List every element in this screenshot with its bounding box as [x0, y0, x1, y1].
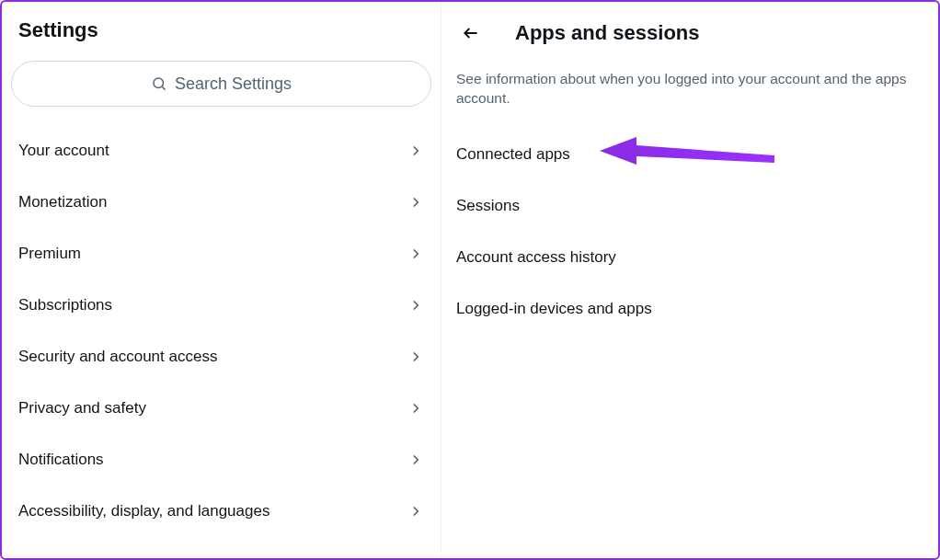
menu-item-label: Premium: [18, 245, 81, 263]
session-item-label: Connected apps: [456, 145, 570, 163]
menu-item-security-account-access[interactable]: Security and account access: [2, 331, 441, 383]
chevron-right-icon: [407, 297, 424, 314]
search-settings-input[interactable]: Search Settings: [11, 61, 431, 107]
menu-item-monetization[interactable]: Monetization: [2, 177, 441, 228]
detail-description: See information about when you logged in…: [441, 55, 938, 129]
menu-item-label: Subscriptions: [18, 296, 112, 314]
settings-title: Settings: [2, 2, 441, 61]
svg-line-1: [162, 86, 165, 89]
session-item-label: Logged-in devices and apps: [456, 300, 652, 317]
menu-item-subscriptions[interactable]: Subscriptions: [2, 280, 441, 331]
menu-item-label: Your account: [18, 142, 109, 160]
session-item-logged-in-devices[interactable]: Logged-in devices and apps: [441, 283, 938, 335]
settings-sidebar: Settings Search Settings Your account Mo…: [2, 2, 441, 558]
menu-item-label: Notifications: [18, 451, 104, 469]
chevron-right-icon: [407, 400, 424, 417]
session-item-sessions[interactable]: Sessions: [441, 180, 938, 232]
menu-item-privacy-safety[interactable]: Privacy and safety: [2, 383, 441, 434]
svg-point-0: [154, 78, 164, 88]
menu-item-label: Accessibility, display, and languages: [18, 502, 269, 520]
menu-item-notifications[interactable]: Notifications: [2, 434, 441, 486]
session-item-account-access-history[interactable]: Account access history: [441, 232, 938, 283]
chevron-right-icon: [407, 451, 424, 468]
menu-item-your-account[interactable]: Your account: [2, 125, 441, 177]
chevron-right-icon: [407, 349, 424, 365]
menu-item-premium[interactable]: Premium: [2, 228, 441, 280]
session-item-label: Sessions: [456, 197, 520, 214]
menu-item-label: Security and account access: [18, 348, 217, 366]
session-list: Connected apps Sessions Account access h…: [441, 129, 938, 335]
arrow-left-icon: [462, 24, 480, 42]
chevron-right-icon: [407, 194, 424, 211]
detail-title: Apps and sessions: [515, 21, 700, 45]
search-icon: [151, 75, 167, 92]
search-placeholder: Search Settings: [175, 74, 292, 94]
session-item-label: Account access history: [456, 248, 616, 266]
menu-item-label: Privacy and safety: [18, 399, 146, 417]
chevron-right-icon: [407, 246, 424, 262]
chevron-right-icon: [407, 143, 424, 159]
menu-item-accessibility-display-languages[interactable]: Accessibility, display, and languages: [2, 486, 441, 537]
session-item-connected-apps[interactable]: Connected apps: [441, 129, 938, 180]
settings-menu: Your account Monetization Premium Subscr…: [2, 116, 441, 537]
chevron-right-icon: [407, 503, 424, 520]
detail-panel: Apps and sessions See information about …: [441, 2, 938, 558]
menu-item-label: Monetization: [18, 193, 107, 211]
back-button[interactable]: [454, 17, 487, 50]
